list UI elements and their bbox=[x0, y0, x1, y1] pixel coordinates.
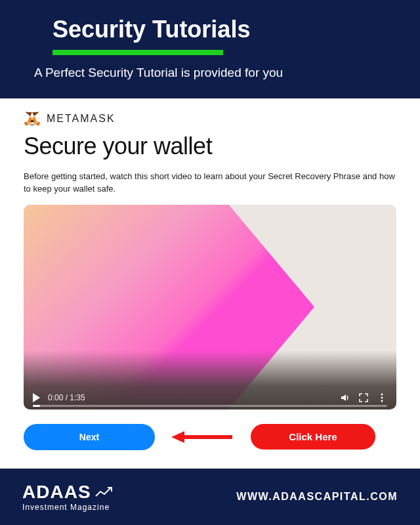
svg-marker-2 bbox=[35, 122, 40, 126]
footer-brand-block: ADAAS Investment Magazine bbox=[22, 482, 115, 512]
arrow-annotation bbox=[167, 427, 239, 447]
footer-brand: ADAAS bbox=[22, 482, 91, 503]
svg-point-13 bbox=[381, 396, 383, 398]
svg-marker-16 bbox=[171, 431, 184, 443]
footer-tagline: Investment Magazine bbox=[22, 503, 115, 512]
svg-point-12 bbox=[381, 393, 383, 395]
svg-marker-9 bbox=[32, 116, 37, 123]
click-here-badge: Click Here bbox=[251, 424, 375, 450]
main-heading: Secure your wallet bbox=[24, 133, 396, 160]
fullscreen-icon[interactable] bbox=[358, 392, 369, 403]
fox-icon bbox=[24, 110, 41, 127]
page-footer: ADAAS Investment Magazine WWW.ADAASCAPIT… bbox=[0, 469, 420, 525]
video-time-display: 0:00 / 1:35 bbox=[48, 393, 85, 402]
main-content: METAMASK Secure your wallet Before getti… bbox=[0, 98, 420, 457]
volume-icon[interactable] bbox=[340, 392, 350, 403]
brand-name: METAMASK bbox=[47, 113, 116, 125]
video-progress-fill bbox=[33, 405, 40, 407]
svg-marker-8 bbox=[28, 116, 32, 123]
play-icon[interactable] bbox=[33, 393, 40, 402]
header-title: Security Tutorials bbox=[52, 16, 394, 43]
svg-marker-6 bbox=[25, 112, 32, 116]
video-progress-bar[interactable] bbox=[33, 405, 387, 407]
next-button[interactable]: Next bbox=[24, 424, 155, 450]
svg-point-14 bbox=[381, 400, 383, 402]
action-row: Next Click Here bbox=[24, 424, 396, 450]
header-subtitle: A Perfect Security Tutorial is provided … bbox=[34, 66, 394, 80]
page-header: Security Tutorials A Perfect Security Tu… bbox=[0, 0, 420, 98]
video-player[interactable]: 0:00 / 1:35 bbox=[24, 205, 396, 410]
footer-url: WWW.ADAASCAPITAL.COM bbox=[236, 491, 398, 503]
svg-marker-7 bbox=[32, 112, 39, 116]
svg-marker-3 bbox=[24, 122, 29, 126]
description-text: Before getting started, watch this short… bbox=[24, 171, 396, 196]
more-icon[interactable] bbox=[377, 392, 387, 403]
header-underline bbox=[52, 50, 223, 55]
chart-arrow-icon bbox=[95, 486, 115, 498]
brand-row: METAMASK bbox=[24, 110, 396, 127]
